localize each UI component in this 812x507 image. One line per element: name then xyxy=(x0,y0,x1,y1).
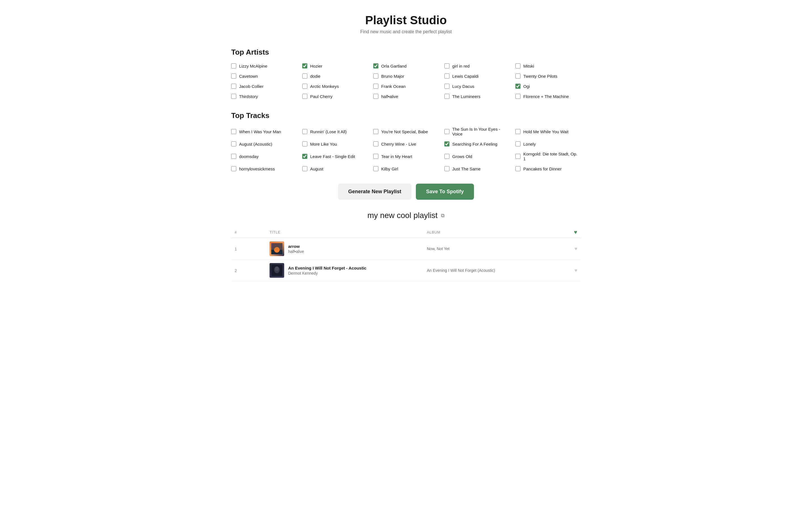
track-checkbox-item[interactable]: Runnin' (Lose It All) xyxy=(302,126,368,137)
track-checkbox-item[interactable]: Hold Me While You Wait xyxy=(515,126,581,137)
artist-checkbox[interactable] xyxy=(231,73,236,78)
track-checkbox[interactable] xyxy=(444,142,449,147)
artist-checkbox[interactable] xyxy=(444,83,449,89)
artist-label: Twenty One Pilots xyxy=(523,74,557,78)
artist-checkbox[interactable] xyxy=(302,94,307,99)
track-checkbox-item[interactable]: Cherry Wine - Live xyxy=(373,140,439,148)
generate-button[interactable]: Generate New Playlist xyxy=(338,184,411,200)
track-checkbox-item[interactable]: Lonely xyxy=(515,140,581,148)
tracks-grid: When I Was Your ManRunnin' (Lose It All)… xyxy=(231,126,581,172)
artist-checkbox[interactable] xyxy=(444,63,449,68)
track-checkbox-item[interactable]: hornylovesickmess xyxy=(231,165,297,172)
artist-checkbox-item[interactable]: dodie xyxy=(302,72,368,80)
artist-checkbox-item[interactable]: Jacob Collier xyxy=(231,82,297,90)
artist-label: Paul Cherry xyxy=(310,94,333,99)
artist-checkbox-item[interactable]: Frank Ocean xyxy=(373,82,439,90)
track-checkbox[interactable] xyxy=(231,166,236,171)
artist-checkbox[interactable] xyxy=(302,63,307,68)
artist-checkbox-item[interactable]: The Lumineers xyxy=(444,93,510,100)
track-checkbox-item[interactable]: August (Acoustic) xyxy=(231,140,297,148)
track-checkbox-item[interactable]: August xyxy=(302,165,368,172)
track-checkbox[interactable] xyxy=(515,142,520,147)
track-checkbox-item[interactable]: Kilby Girl xyxy=(373,165,439,172)
track-checkbox-item[interactable]: Searching For A Feeling xyxy=(444,140,510,148)
artist-checkbox[interactable] xyxy=(515,73,520,78)
artist-checkbox[interactable] xyxy=(302,83,307,89)
artist-checkbox-item[interactable]: Lucy Dacus xyxy=(444,82,510,90)
artist-checkbox[interactable] xyxy=(231,94,236,99)
track-checkbox[interactable] xyxy=(373,166,378,171)
artist-checkbox-item[interactable]: Hozier xyxy=(302,62,368,69)
artist-checkbox-item[interactable]: girl in red xyxy=(444,62,510,69)
track-checkbox-item[interactable]: You're Not Special, Babe xyxy=(373,126,439,137)
track-label: Kilby Girl xyxy=(381,166,398,171)
edit-playlist-icon[interactable]: ⧉ xyxy=(441,213,445,219)
artist-checkbox[interactable] xyxy=(373,73,378,78)
track-checkbox-item[interactable]: Grows Old xyxy=(444,151,510,162)
artist-checkbox[interactable] xyxy=(231,83,236,89)
track-checkbox[interactable] xyxy=(231,154,236,159)
playlist-section: my new cool playlist ⧉ # TITLE ALBUM ♥ 1… xyxy=(231,211,581,281)
track-checkbox[interactable] xyxy=(302,166,307,171)
artist-checkbox-item[interactable]: Arctic Monkeys xyxy=(302,82,368,90)
track-checkbox[interactable] xyxy=(515,166,520,171)
top-artists-heading: Top Artists xyxy=(231,48,581,57)
track-checkbox-item[interactable]: Pancakes for Dinner xyxy=(515,165,581,172)
artist-checkbox[interactable] xyxy=(302,73,307,78)
top-tracks-heading: Top Tracks xyxy=(231,111,581,120)
artist-checkbox[interactable] xyxy=(515,63,520,68)
track-checkbox[interactable] xyxy=(302,154,307,159)
artist-checkbox[interactable] xyxy=(444,73,449,78)
artist-checkbox-item[interactable]: half•alive xyxy=(373,93,439,100)
artist-checkbox-item[interactable]: Lewis Capaldi xyxy=(444,72,510,80)
track-heart-button[interactable]: ♥ xyxy=(546,260,581,281)
track-checkbox-item[interactable]: More Like You xyxy=(302,140,368,148)
track-checkbox[interactable] xyxy=(444,154,449,159)
artist-checkbox-item[interactable]: Florence + The Machine xyxy=(515,93,581,100)
track-checkbox-item[interactable]: Korngold: Die tote Stadt, Op. 1 xyxy=(515,151,581,162)
track-checkbox-item[interactable]: Just The Same xyxy=(444,165,510,172)
track-checkbox[interactable] xyxy=(302,129,307,134)
artist-checkbox[interactable] xyxy=(231,63,236,68)
artist-checkbox[interactable] xyxy=(444,94,449,99)
artist-checkbox-item[interactable]: Thirdstory xyxy=(231,93,297,100)
track-checkbox[interactable] xyxy=(302,142,307,147)
artist-checkbox[interactable] xyxy=(373,94,378,99)
artist-checkbox-item[interactable]: Paul Cherry xyxy=(302,93,368,100)
track-checkbox[interactable] xyxy=(373,129,378,134)
track-checkbox[interactable] xyxy=(515,129,520,134)
track-checkbox[interactable] xyxy=(444,166,449,171)
heart-icon: ♥ xyxy=(574,246,577,251)
track-checkbox-item[interactable]: Leave Fast - Single Edit xyxy=(302,151,368,162)
artist-checkbox[interactable] xyxy=(515,83,520,89)
track-title-cell: An Evening I Will Not Forget - AcousticD… xyxy=(266,260,423,281)
artist-checkbox-item[interactable]: Bruno Major xyxy=(373,72,439,80)
track-checkbox[interactable] xyxy=(373,154,378,159)
track-checkbox[interactable] xyxy=(231,129,236,134)
track-checkbox-item[interactable]: When I Was Your Man xyxy=(231,126,297,137)
track-heart-button[interactable]: ♥ xyxy=(546,238,581,260)
artist-label: Cavetown xyxy=(239,74,258,78)
track-artist: Dermot Kennedy xyxy=(288,271,366,276)
artist-checkbox-item[interactable]: Cavetown xyxy=(231,72,297,80)
artist-checkbox[interactable] xyxy=(373,83,378,89)
track-checkbox-item[interactable]: The Sun Is In Your Eyes - Voice xyxy=(444,126,510,137)
artist-label: Thirdstory xyxy=(239,94,258,99)
track-checkbox[interactable] xyxy=(444,129,449,134)
artist-checkbox-item[interactable]: Orla Gartland xyxy=(373,62,439,69)
track-checkbox[interactable] xyxy=(373,142,378,147)
artist-checkbox-item[interactable]: Twenty One Pilots xyxy=(515,72,581,80)
artist-label: Frank Ocean xyxy=(381,84,406,89)
track-checkbox-item[interactable]: doomsday xyxy=(231,151,297,162)
track-artist: half•alive xyxy=(288,249,304,254)
artist-checkbox-item[interactable]: Lizzy McAlpine xyxy=(231,62,297,69)
save-spotify-button[interactable]: Save To Spotify xyxy=(416,184,474,200)
artist-checkbox-item[interactable]: Mitski xyxy=(515,62,581,69)
artist-checkbox[interactable] xyxy=(515,94,520,99)
track-checkbox[interactable] xyxy=(231,142,236,147)
track-checkbox[interactable] xyxy=(515,154,520,159)
page-subtitle: Find new music and create the perfect pl… xyxy=(231,29,581,34)
artist-checkbox-item[interactable]: Ogi xyxy=(515,82,581,90)
track-checkbox-item[interactable]: Tear in My Heart xyxy=(373,151,439,162)
artist-checkbox[interactable] xyxy=(373,63,378,68)
